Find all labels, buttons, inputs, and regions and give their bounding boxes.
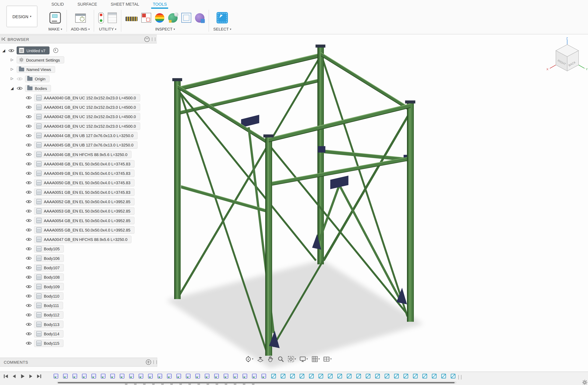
- measure-icon[interactable]: [126, 17, 138, 21]
- feature-icon[interactable]: [251, 373, 257, 379]
- visibility-eye-icon-hidden[interactable]: [17, 77, 23, 81]
- step-back-icon[interactable]: [11, 373, 17, 379]
- tree-row-document-settings[interactable]: ▷ Document Settings: [10, 55, 157, 64]
- step-forward-icon[interactable]: [28, 373, 34, 379]
- timeline-group-marker[interactable]: ⊕: [125, 382, 134, 385]
- tab-solid[interactable]: SOLID: [50, 1, 65, 9]
- feature-alt-icon[interactable]: [431, 373, 437, 379]
- look-at-button[interactable]: [256, 355, 264, 363]
- view-cube[interactable]: Z X Y RIGHT BACK: [545, 36, 588, 79]
- group-addins-label[interactable]: ADD-INS▾: [71, 27, 90, 31]
- timeline-group-marker[interactable]: ⊕: [224, 382, 233, 385]
- feature-alt-icon[interactable]: [450, 373, 456, 379]
- body-row[interactable]: AAAA0055 GB_EN EL 50.0x50.0x4.0 L=3952.8…: [26, 225, 157, 234]
- body-row[interactable]: Body109: [26, 282, 157, 291]
- body-row[interactable]: AAAA0054 GB_EN EL 50.0x50.0x4.0 L=3952.8…: [26, 216, 157, 225]
- feature-alt-icon[interactable]: [346, 373, 352, 379]
- feature-icon[interactable]: [91, 373, 97, 379]
- visibility-eye-icon[interactable]: [26, 313, 32, 317]
- feature-icon[interactable]: [72, 373, 78, 379]
- feature-icon[interactable]: [138, 373, 144, 379]
- body-row[interactable]: AAAA0049 GB_EN EL 50.0x50.0x4.0 L=3745.8…: [26, 168, 157, 178]
- body-row[interactable]: AAAA0045 GB_EN UB 127.0x76.0x13.0 L=3250…: [26, 140, 157, 149]
- group-utility-label[interactable]: UTILITY▾: [99, 27, 116, 31]
- activate-component-radio[interactable]: [53, 48, 58, 53]
- visibility-eye-icon[interactable]: [26, 322, 32, 326]
- body-row[interactable]: AAAA0052 GB_EN EL 50.0x50.0x4.0 L=3952.8…: [26, 197, 157, 206]
- fit-icon[interactable]: [287, 356, 294, 363]
- orbit-icon[interactable]: [245, 356, 252, 363]
- viewports-button[interactable]: ▾: [322, 355, 332, 363]
- visibility-eye-icon[interactable]: [26, 152, 32, 156]
- visibility-eye-icon[interactable]: [26, 181, 32, 184]
- body-row[interactable]: AAAA0053 GB_EN EL 50.0x50.0x4.0 L=3952.8…: [26, 206, 157, 216]
- section-analysis-icon[interactable]: [142, 13, 151, 23]
- visibility-eye-icon[interactable]: [26, 171, 32, 175]
- tree-row-origin[interactable]: ▷ Origin: [10, 74, 157, 83]
- tree-row-bodies[interactable]: ◢ Bodies: [10, 83, 157, 93]
- feature-icon[interactable]: [242, 373, 248, 379]
- display-button[interactable]: ▾: [299, 355, 309, 363]
- timeline-group-marker[interactable]: ⊕: [243, 382, 252, 385]
- feature-icon[interactable]: [100, 373, 106, 379]
- feature-alt-icon[interactable]: [412, 373, 418, 379]
- play-icon[interactable]: [20, 373, 25, 379]
- visibility-eye-icon[interactable]: [26, 134, 32, 137]
- root-document-pill[interactable]: Untitled v7: [17, 46, 49, 55]
- feature-alt-icon[interactable]: [384, 373, 390, 379]
- body-row[interactable]: Body106: [26, 253, 157, 263]
- feature-alt-icon[interactable]: [422, 373, 428, 379]
- feature-icon[interactable]: [128, 373, 135, 379]
- curvature-analysis-icon[interactable]: [168, 13, 178, 22]
- visibility-eye-icon[interactable]: [26, 209, 32, 213]
- body-row[interactable]: AAAA0046 GB_EN HFCHS 88.9x5.6 L=3250.0: [26, 150, 157, 159]
- visibility-eye-icon[interactable]: [26, 304, 32, 307]
- body-row[interactable]: Body111: [26, 301, 157, 310]
- body-row[interactable]: Body115: [26, 338, 157, 348]
- body-row[interactable]: Body105: [26, 244, 157, 253]
- timeline-group-marker[interactable]: ⊕: [170, 382, 179, 385]
- tab-surface[interactable]: SURFACE: [76, 1, 99, 9]
- feature-alt-icon[interactable]: [337, 373, 343, 379]
- skip-start-icon[interactable]: [3, 373, 9, 379]
- viewports-icon[interactable]: [323, 356, 330, 363]
- feature-alt-icon[interactable]: [441, 373, 447, 379]
- visibility-eye-icon[interactable]: [26, 115, 32, 118]
- tab-tools[interactable]: TOOLS: [151, 1, 168, 9]
- feature-alt-icon[interactable]: [308, 373, 315, 379]
- select-window-icon[interactable]: [217, 12, 228, 23]
- group-select-label[interactable]: SELECT▾: [213, 27, 231, 31]
- feature-icon[interactable]: [157, 373, 163, 379]
- visibility-eye-icon[interactable]: [26, 294, 32, 298]
- feature-alt-icon[interactable]: [271, 373, 277, 379]
- timeline-group-marker[interactable]: ⊕: [206, 382, 215, 385]
- body-row[interactable]: Body108: [26, 272, 157, 282]
- visibility-eye-icon[interactable]: [26, 228, 32, 231]
- body-row[interactable]: AAAA0051 GB_EN EL 50.0x50.0x4.0 L=3745.8…: [26, 187, 157, 197]
- timeline-group-marker[interactable]: ⊕: [179, 382, 188, 385]
- feature-alt-icon[interactable]: [289, 373, 295, 379]
- body-row[interactable]: AAAA0042 GB_EN UC 152.0x152.0x23.0 L=450…: [26, 112, 157, 121]
- collapsed-triangle-icon[interactable]: ▷: [10, 68, 14, 71]
- visibility-eye-icon[interactable]: [26, 200, 32, 203]
- timeline-drag-handle[interactable]: [459, 375, 462, 380]
- grid-icon[interactable]: [311, 356, 318, 363]
- orbit-button[interactable]: ▾: [244, 355, 254, 363]
- body-row[interactable]: AAAA0050 GB_EN EL 50.0x50.0x4.0 L=3745.8…: [26, 178, 157, 187]
- feature-icon[interactable]: [185, 373, 191, 379]
- feature-icon[interactable]: [166, 373, 172, 379]
- group-make-label[interactable]: MAKE▾: [48, 27, 62, 31]
- feature-alt-icon[interactable]: [280, 373, 286, 379]
- visibility-eye-icon[interactable]: [26, 162, 32, 166]
- feature-icon[interactable]: [119, 373, 125, 379]
- look-at-icon[interactable]: [257, 356, 264, 363]
- feature-icon[interactable]: [110, 373, 116, 379]
- feature-icon[interactable]: [176, 373, 182, 379]
- timeline-group-marker[interactable]: ⊕: [134, 382, 143, 385]
- visibility-eye-icon[interactable]: [17, 86, 23, 90]
- visibility-eye-icon[interactable]: [26, 284, 32, 288]
- section-box-icon[interactable]: [182, 13, 191, 23]
- timeline-group-marker[interactable]: ⊕: [161, 382, 170, 385]
- visibility-eye-icon[interactable]: [26, 332, 32, 336]
- body-row[interactable]: Body114: [26, 329, 157, 338]
